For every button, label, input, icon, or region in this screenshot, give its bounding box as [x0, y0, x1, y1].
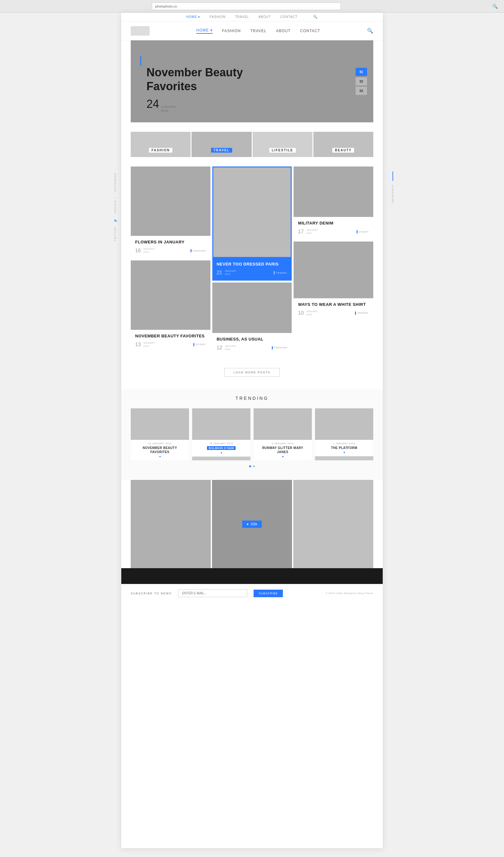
card-flowers-image — [131, 167, 210, 236]
cat-lifestyle[interactable]: LIFESTILE — [253, 132, 312, 157]
hero-title: November Beauty Favorites — [146, 66, 260, 93]
blog-col-mid: NEVER TOO DRESSED PARIS 21 JANUARY2016 T… — [212, 167, 292, 355]
cat-beauty-label: BEAUTY — [332, 148, 354, 153]
card-paris-info: NEVER TOO DRESSED PARIS 21 JANUARY2016 T… — [212, 258, 292, 281]
trending-card-3[interactable]: 5 JANUARY 2016 RUNWAY GLITTER MARY JANES — [254, 408, 312, 460]
hero-date: 24 JANUARY 2016 — [146, 97, 260, 113]
card-paris-image — [212, 167, 292, 258]
top-mini-nav: HOME ▾ FASHION TRAVEL ABOUT CONTACT 🔍 — [121, 13, 383, 21]
nav-search-icon[interactable]: 🔍 — [367, 28, 373, 34]
card-whiteshirt-category: TRAVEL — [355, 312, 369, 315]
twitter-link[interactable]: Twitter — [112, 224, 119, 244]
main-nav: HOME ▾ FASHION TRAVEL ABOUT CONTACT 🔍 — [121, 21, 383, 40]
nav-fashion[interactable]: FASHION — [222, 29, 241, 33]
card-flowers-day: 16 — [135, 248, 141, 253]
trending-img-1 — [131, 408, 189, 440]
hero-nav-3[interactable]: 03 — [355, 87, 367, 95]
trending-date-1: 16 JANUARY 2016 — [134, 442, 186, 444]
card-paris-meta: 21 JANUARY2016 TRAVEL — [217, 270, 288, 276]
card-flowers-category: FASHION — [191, 249, 206, 252]
cat-beauty[interactable]: BEAUTY — [313, 132, 373, 157]
card-november-meta: 13 JANUARY2016 STORY — [135, 341, 206, 348]
trending-info-3: 5 JANUARY 2016 RUNWAY GLITTER MARY JANES — [254, 440, 312, 460]
load-more-button[interactable]: LOAD MORE POSTS — [224, 368, 279, 377]
trending-card-1[interactable]: 16 JANUARY 2016 NOVEMBER BEAUTY FAVORITE… — [131, 408, 189, 460]
social-section-wrapper: ♥ 265k — [131, 480, 373, 568]
hero-month-year: JANUARY 2016 — [161, 105, 176, 113]
nav-contact[interactable]: CONTACT — [300, 29, 320, 33]
card-november-title: NOVEMBER BEAUTY FAVORITES — [135, 334, 206, 339]
trending-title: TRENDING — [131, 396, 373, 401]
googleplus-link[interactable]: Google + — [112, 194, 119, 216]
top-nav-contact[interactable]: CONTACT — [280, 15, 298, 19]
card-business-category: FASHION — [272, 346, 287, 349]
social-img-3 — [293, 480, 373, 568]
footer-subscribe: SUBSCRIBE TO NEWS SUBSCRIBE © 2016 Chibu… — [121, 584, 383, 602]
cat-lifestyle-label: LIFESTILE — [269, 148, 296, 153]
side-subscribe[interactable]: Subscribe — [390, 170, 395, 207]
nav-home[interactable]: HOME ▾ — [196, 28, 212, 34]
cat-travel[interactable]: TRAVEL — [192, 132, 251, 157]
hero-nav-2[interactable]: 02 — [355, 77, 367, 85]
nav-links: HOME ▾ FASHION TRAVEL ABOUT CONTACT — [196, 28, 320, 34]
trending-title-3: RUNWAY GLITTER MARY JANES — [257, 446, 309, 454]
blog-grid: FLOWERS IN JANUARY 16 JANUARY2016 FASHIO… — [131, 167, 373, 355]
trending-dot-2 — [221, 452, 222, 453]
card-business[interactable]: BUSINESS, AS USUAL 12 JANUARY2016 FASHIO… — [212, 283, 292, 356]
card-whiteshirt-meta: 10 JANUARY2016 TRAVEL — [298, 310, 369, 317]
card-paris-title: NEVER TOO DRESSED PARIS — [217, 262, 288, 267]
card-whiteshirt-info: WAYS TO WEAR A WHITE SHIRT 10 JANUARY201… — [294, 298, 373, 321]
top-nav-fashion[interactable]: FASHION — [209, 15, 226, 19]
card-military-image — [294, 167, 373, 217]
social-section: ♥ 265k — [131, 480, 373, 568]
top-nav-about[interactable]: ABOUT — [258, 15, 271, 19]
nav-travel[interactable]: TRAVEL — [250, 29, 266, 33]
card-business-info: BUSINESS, AS USUAL 12 JANUARY2016 FASHIO… — [212, 333, 292, 356]
trending-img-4 — [315, 408, 373, 440]
browser-url: photophoto.cn — [152, 2, 341, 10]
dot-2[interactable] — [253, 465, 255, 467]
trending-section: TRENDING 16 JANUARY 2016 NOVEMBER BEAUTY… — [121, 389, 383, 480]
nav-about[interactable]: ABOUT — [276, 29, 291, 33]
card-november-beauty[interactable]: NOVEMBER BEAUTY FAVORITES 13 JANUARY2016… — [131, 261, 210, 353]
trending-info-1: 16 JANUARY 2016 NOVEMBER BEAUTY FAVORITE… — [131, 440, 189, 460]
card-paris[interactable]: NEVER TOO DRESSED PARIS 21 JANUARY2016 T… — [212, 167, 292, 281]
hero-nav-1[interactable]: 01 — [355, 68, 367, 76]
card-flowers-datedetail: JANUARY2016 — [143, 248, 155, 254]
top-search-icon[interactable]: 🔍 — [313, 15, 317, 19]
card-flowers-january[interactable]: FLOWERS IN JANUARY 16 JANUARY2016 FASHIO… — [131, 167, 210, 258]
hero-section: November Beauty Favorites 24 JANUARY 201… — [131, 40, 373, 122]
subscribe-label-side[interactable]: Subscribe — [390, 182, 395, 206]
cat-travel-label: TRAVEL — [211, 148, 232, 153]
trending-card-2[interactable]: 16 JANUARY 2016 BALMAIN X H&M — [192, 408, 250, 460]
top-nav-home[interactable]: HOME ▾ — [187, 15, 200, 19]
trending-title-4: THE PLATFORM — [318, 446, 370, 450]
trending-card-4[interactable]: 1 JANUARY 2016 THE PLATFORM — [315, 408, 373, 460]
trending-dot-1 — [159, 456, 161, 457]
footer-copyright: © 2016 Chibu Wordpress Blog Theme — [325, 592, 373, 595]
card-whiteshirt-image — [294, 241, 373, 298]
card-military[interactable]: MILITARY DENIM 17 JANUARY2016 STORY — [294, 167, 373, 240]
subscribe-button[interactable]: SUBSCRIBE — [254, 590, 283, 597]
url-text: photophoto.cn — [155, 4, 177, 8]
side-social-links: Instagram Google + f Twitter — [112, 170, 119, 244]
facebook-link[interactable]: f — [112, 216, 119, 224]
trending-info-4: 1 JANUARY 2016 THE PLATFORM — [315, 440, 373, 456]
card-business-meta: 12 JANUARY2016 FASHION — [217, 345, 288, 351]
instagram-link[interactable]: Instagram — [112, 170, 119, 194]
cat-fashion-label: FASHION — [149, 148, 172, 153]
card-paris-day: 21 — [217, 270, 222, 275]
trending-date-2: 16 JANUARY 2016 — [195, 442, 247, 444]
card-military-meta: 17 JANUARY2016 STORY — [298, 229, 369, 235]
card-business-datedetail: JANUARY2016 — [225, 345, 236, 351]
card-whiteshirt[interactable]: WAYS TO WEAR A WHITE SHIRT 10 JANUARY201… — [294, 241, 373, 321]
cat-fashion[interactable]: FASHION — [131, 132, 191, 157]
subscribe-email-input[interactable] — [178, 589, 247, 597]
footer-black — [121, 568, 383, 584]
top-nav-travel[interactable]: TRAVEL — [235, 15, 249, 19]
browser-search-icon[interactable]: 🔍 — [492, 4, 498, 9]
card-military-day: 17 — [298, 229, 304, 235]
dot-1[interactable] — [249, 465, 251, 467]
card-military-datedetail: JANUARY2016 — [306, 229, 318, 235]
card-paris-datedetail: JANUARY2016 — [225, 270, 236, 276]
